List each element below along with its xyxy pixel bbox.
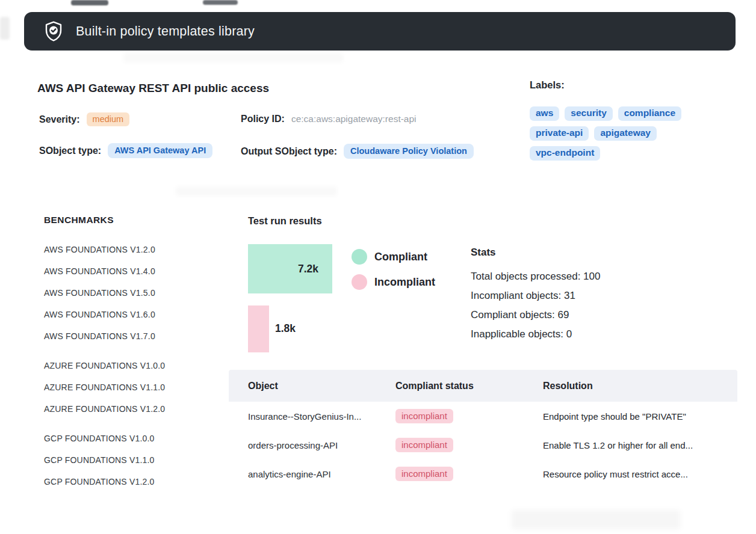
legend-label: Compliant — [374, 251, 427, 263]
cell-resolution: Endpoint type should be "PRIVATE" — [543, 411, 737, 422]
cell-resolution: Enable TLS 1.2 or higher for all end... — [543, 440, 737, 450]
results-table: Object Compliant status Resolution Insur… — [229, 370, 737, 488]
benchmark-item[interactable]: AWS FOUNDATIONS V1.2.0 — [44, 239, 165, 260]
status-badge: incompliant — [395, 438, 453, 452]
legend-dot — [352, 274, 367, 290]
cell-resolution: Resource policy must restrict acce... — [543, 469, 737, 479]
cell-status: incompliant — [395, 438, 543, 452]
benchmark-item[interactable]: AWS FOUNDATIONS V1.7.0 — [44, 325, 165, 347]
sobject-type-label: SObject type: — [39, 146, 101, 156]
output-sobject-type-chip[interactable]: Cloudaware Policy Violation — [344, 144, 474, 159]
incompliant-bar — [248, 305, 269, 352]
page-title: Built-in policy templates library — [76, 24, 255, 39]
cell-status: incompliant — [395, 409, 543, 423]
chart-legend: CompliantIncompliant — [352, 249, 435, 299]
column-header-object: Object — [248, 381, 395, 391]
column-header-compliant-status: Compliant status — [395, 381, 543, 391]
policy-title: AWS API Gateway REST API public access — [37, 82, 269, 95]
stats-line: Inapplicable objects: 0 — [471, 325, 600, 344]
table-body: Insurance--StoryGenius-In...incompliantE… — [229, 402, 737, 488]
label-chip-aws[interactable]: aws — [530, 106, 559, 121]
benchmarks-section: BENCHMARKS AWS FOUNDATIONS V1.2.0AWS FOU… — [44, 215, 165, 493]
label-chip-apigateway[interactable]: apigateway — [594, 126, 657, 141]
severity-badge: medium — [87, 112, 130, 126]
benchmark-item[interactable]: GCP FOUNDATIONS V1.2.0 — [44, 471, 165, 493]
status-badge: incompliant — [395, 409, 453, 423]
compliant-bar-value: 7.2k — [298, 263, 318, 275]
benchmark-item[interactable]: GCP FOUNDATIONS V1.1.0 — [44, 449, 165, 471]
sobject-type-chip[interactable]: AWS API Gateway API — [108, 143, 212, 158]
table-row[interactable]: analytics-engine-APIincompliantResource … — [229, 459, 737, 488]
benchmark-item[interactable]: AZURE FOUNDATIONS V1.0.0 — [44, 355, 165, 376]
background-artifact — [123, 53, 343, 63]
background-artifact — [176, 186, 337, 196]
benchmark-item[interactable]: AZURE FOUNDATIONS V1.2.0 — [44, 398, 165, 420]
benchmark-group: AZURE FOUNDATIONS V1.0.0AZURE FOUNDATION… — [44, 355, 165, 420]
benchmark-item[interactable]: AWS FOUNDATIONS V1.4.0 — [44, 260, 165, 282]
page: Built-in policy templates library AWS AP… — [0, 0, 756, 534]
stats-title: Stats — [471, 247, 600, 259]
cell-status: incompliant — [395, 467, 543, 481]
label-chip-compliance[interactable]: compliance — [618, 106, 681, 121]
legend-item-incompliant: Incompliant — [352, 274, 435, 290]
stats-lines: Total objects processed: 100Incompliant … — [471, 267, 600, 344]
labels-title: Labels: — [530, 79, 698, 91]
output-sobject-type-label: Output SObject type: — [241, 146, 337, 157]
table-row[interactable]: orders-processing-APIincompliantEnable T… — [229, 431, 737, 459]
background-artifact — [512, 510, 680, 529]
cell-object: Insurance--StoryGenius-In... — [248, 411, 395, 422]
benchmark-item[interactable]: AZURE FOUNDATIONS V1.1.0 — [44, 376, 165, 398]
benchmark-group: GCP FOUNDATIONS V1.0.0GCP FOUNDATIONS V1… — [44, 428, 165, 493]
benchmark-item[interactable]: AWS FOUNDATIONS V1.5.0 — [44, 282, 165, 304]
column-header-resolution: Resolution — [543, 381, 737, 391]
labels-section: Labels: awssecuritycomplianceprivate-api… — [530, 79, 698, 161]
compliant-bar: 7.2k — [248, 244, 332, 293]
shield-check-icon — [42, 20, 65, 43]
stats-line: Incompliant objects: 31 — [471, 286, 600, 305]
label-chip-security[interactable]: security — [565, 106, 612, 121]
severity-label: Severity: — [39, 114, 80, 125]
labels-list: awssecuritycomplianceprivate-apiapigatew… — [530, 106, 698, 161]
incompliant-bar-value: 1.8k — [275, 322, 296, 335]
table-row[interactable]: Insurance--StoryGenius-In...incompliantE… — [229, 402, 737, 431]
stats-line: Compliant objects: 69 — [471, 305, 600, 325]
legend-dot — [352, 249, 367, 265]
table-header-row: Object Compliant status Resolution — [229, 370, 737, 402]
background-artifact — [0, 17, 10, 40]
stats-line: Total objects processed: 100 — [471, 267, 600, 286]
label-chip-vpc-endpoint[interactable]: vpc-endpoint — [530, 146, 600, 161]
legend-label: Incompliant — [374, 276, 435, 289]
background-artifact — [203, 0, 238, 5]
benchmark-item[interactable]: GCP FOUNDATIONS V1.0.0 — [44, 428, 165, 449]
label-chip-private-api[interactable]: private-api — [530, 126, 589, 141]
benchmark-group: AWS FOUNDATIONS V1.2.0AWS FOUNDATIONS V1… — [44, 239, 165, 347]
legend-item-compliant: Compliant — [352, 249, 435, 265]
stats-section: Stats Total objects processed: 100Incomp… — [471, 247, 600, 344]
cell-object: analytics-engine-API — [248, 469, 395, 479]
test-run-title: Test run results — [248, 215, 322, 227]
benchmark-item[interactable]: AWS FOUNDATIONS V1.6.0 — [44, 304, 165, 325]
background-artifact — [71, 0, 108, 5]
status-badge: incompliant — [395, 467, 453, 481]
policy-id-label: Policy ID: — [241, 114, 285, 124]
policy-id-value: ce:ca:aws:apigateway:rest-api — [291, 114, 417, 124]
cell-object: orders-processing-API — [248, 440, 395, 450]
benchmarks-list: AWS FOUNDATIONS V1.2.0AWS FOUNDATIONS V1… — [44, 239, 165, 493]
benchmarks-title: BENCHMARKS — [44, 215, 165, 226]
header-bar: Built-in policy templates library — [24, 12, 736, 51]
